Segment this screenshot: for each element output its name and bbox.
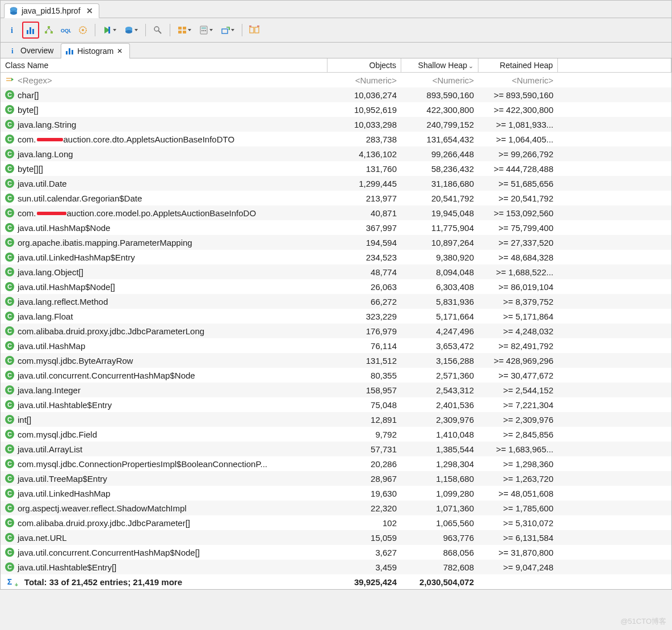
oql-icon[interactable]: OQL [58, 23, 73, 37]
table-row[interactable]: Corg.aspectj.weaver.reflect.ShadowMatchI… [1, 501, 671, 515]
close-icon[interactable]: ✕ [117, 47, 123, 55]
table-row[interactable]: Cjava.lang.Object[]48,7748,094,048>= 1,6… [1, 264, 671, 279]
toolbar-separator [170, 24, 170, 36]
table-row[interactable]: Ccom.mysql.jdbc.Field9,7921,410,048>= 2,… [1, 427, 671, 442]
thread-icon[interactable] [75, 23, 90, 37]
file-tab-title: java_pid15.hprof [22, 6, 81, 15]
calculator-button[interactable] [196, 23, 216, 37]
retained-heap-value: >= 1,683,965... [478, 444, 558, 454]
class-name-label: com.alibaba.druid.proxy.jdbc.JdbcParamet… [18, 518, 190, 528]
table-row[interactable]: Cjava.util.concurrent.ConcurrentHashMap$… [1, 545, 671, 560]
search-icon[interactable] [150, 23, 165, 37]
table-row[interactable]: Cjava.util.HashMap$Node367,99711,775,904… [1, 220, 671, 235]
retained-heap-value: >= 51,685,656 [478, 179, 558, 188]
retained-heap-value: >= 1,064,405... [478, 135, 558, 144]
dominator-tree-icon[interactable] [41, 23, 56, 37]
objects-value: 102 [327, 518, 401, 528]
class-name-label: sun.util.calendar.Gregorian$Date [18, 194, 142, 203]
filter-objects-input[interactable]: <Numeric> [327, 75, 401, 85]
table-row[interactable]: Ccom.alibaba.druid.proxy.jdbc.JdbcParame… [1, 515, 671, 530]
table-row[interactable]: Ccom.auction.core.model.po.AppletsAuctio… [1, 205, 671, 220]
class-icon: C [5, 312, 14, 321]
query-browser-button[interactable] [121, 23, 141, 37]
class-name-label: com.mysql.jdbc.ConnectionPropertiesImpl$… [18, 459, 267, 469]
class-icon: C [5, 356, 14, 365]
table-row[interactable]: Cjava.lang.reflect.Method66,2725,831,936… [1, 294, 671, 309]
table-row[interactable]: Cjava.lang.Integer158,9572,543,312>= 2,5… [1, 383, 671, 397]
table-row[interactable]: Ccom.auction.core.dto.AppletsAuctionBase… [1, 132, 671, 146]
objects-value: 10,033,298 [327, 120, 401, 129]
chevron-down-icon [231, 29, 234, 31]
table-row[interactable]: Cbyte[]10,952,619422,300,800>= 422,300,8… [1, 102, 671, 117]
close-icon[interactable]: ✕ [86, 6, 93, 15]
col-shallow-heap[interactable]: Shallow Heap⌄ [401, 58, 478, 72]
table-row[interactable]: Corg.apache.ibatis.mapping.ParameterMapp… [1, 235, 671, 250]
class-name-label: java.util.LinkedHashMap$Entry [18, 253, 135, 262]
class-name-label: java.util.Date [18, 179, 67, 188]
table-row[interactable]: Cjava.util.Hashtable$Entry[]3,459782,608… [1, 560, 671, 574]
filter-retained-input[interactable]: <Numeric> [478, 75, 558, 85]
info-icon[interactable]: i [5, 23, 20, 37]
table-row[interactable]: Cjava.util.LinkedHashMap$Entry234,5239,3… [1, 250, 671, 264]
class-icon: C [5, 518, 14, 527]
col-objects[interactable]: Objects [327, 58, 401, 72]
table-row[interactable]: Csun.util.calendar.Gregorian$Date213,977… [1, 191, 671, 205]
tab-overview[interactable]: i Overview [4, 43, 61, 58]
export-button[interactable] [218, 23, 237, 37]
run-report-button[interactable] [100, 23, 119, 37]
table-row[interactable]: Cjava.util.ArrayList57,7311,385,544>= 1,… [1, 442, 671, 456]
sort-desc-icon: ⌄ [468, 62, 473, 69]
shallow-heap-value: 2,309,976 [401, 415, 478, 425]
table-row[interactable]: Ccom.mysql.jdbc.ConnectionPropertiesImpl… [1, 456, 671, 471]
svg-point-2 [10, 11, 17, 15]
file-tab[interactable]: java_pid15.hprof ✕ [4, 3, 99, 18]
table-row[interactable]: Cjava.util.concurrent.ConcurrentHashMap$… [1, 368, 671, 383]
table-row[interactable]: Cjava.util.LinkedHashMap19,6301,099,280>… [1, 486, 671, 501]
compare-icon[interactable] [247, 23, 262, 37]
histogram-table: Class Name Objects Shallow Heap⌄ Retaine… [1, 58, 671, 589]
retained-heap-value: >= 82,491,792 [478, 341, 558, 351]
table-row[interactable]: Cjava.util.TreeMap$Entry28,9671,158,680>… [1, 471, 671, 486]
svg-point-21 [154, 27, 159, 31]
tab-label: Histogram [77, 47, 114, 56]
objects-value: 4,136,102 [327, 149, 401, 159]
class-name-label: com.auction.core.dto.AppletsAuctionBaseI… [18, 135, 234, 144]
filter-class-input[interactable]: <Regex> [18, 75, 52, 85]
table-row[interactable]: Cint[]12,8912,309,976>= 2,309,976 [1, 412, 671, 427]
filter-row[interactable]: <Regex> <Numeric> <Numeric> <Numeric> [1, 73, 671, 87]
col-class-name[interactable]: Class Name [1, 58, 327, 72]
filter-shallow-input[interactable]: <Numeric> [401, 75, 478, 85]
table-row[interactable]: Cjava.lang.Long4,136,10299,266,448>= 99,… [1, 146, 671, 161]
file-tab-bar: java_pid15.hprof ✕ [1, 1, 671, 18]
table-row[interactable]: Cchar[]10,036,274893,590,160>= 893,590,1… [1, 87, 671, 102]
table-row[interactable]: Ccom.mysql.jdbc.ByteArrayRow131,5123,156… [1, 353, 671, 368]
objects-value: 176,979 [327, 326, 401, 336]
class-name-label: org.aspectj.weaver.reflect.ShadowMatchIm… [18, 503, 187, 513]
table-row[interactable]: Cjava.util.Date1,299,44531,186,680>= 51,… [1, 176, 671, 191]
group-button[interactable] [175, 23, 194, 37]
col-retained-heap[interactable]: Retained Heap [478, 58, 558, 72]
class-name-label: com.mysql.jdbc.Field [18, 430, 97, 439]
table-row[interactable]: Cjava.lang.String10,033,298240,799,152>=… [1, 117, 671, 132]
objects-value: 26,063 [327, 282, 401, 292]
tab-label: Overview [20, 46, 53, 55]
table-row[interactable]: Ccom.alibaba.druid.proxy.jdbc.JdbcParame… [1, 324, 671, 338]
histogram-icon[interactable] [24, 23, 37, 37]
tab-histogram[interactable]: Histogram ✕ [61, 43, 130, 58]
table-row[interactable]: Cjava.lang.Float323,2295,171,664>= 5,171… [1, 309, 671, 324]
retained-heap-value: >= 75,799,400 [478, 223, 558, 233]
chevron-down-icon [113, 29, 116, 31]
table-row[interactable]: Cjava.util.HashMap$Node[]26,0636,303,408… [1, 279, 671, 294]
class-name-label: java.util.concurrent.ConcurrentHashMap$N… [18, 548, 200, 557]
objects-value: 40,871 [327, 208, 401, 218]
table-row[interactable]: Cbyte[][]131,76058,236,432>= 444,728,488 [1, 161, 671, 176]
objects-value: 3,459 [327, 562, 401, 572]
redacted-text [37, 138, 63, 141]
svg-line-22 [158, 31, 161, 33]
table-row[interactable]: Cjava.util.Hashtable$Entry75,0482,401,53… [1, 397, 671, 412]
objects-value: 283,738 [327, 135, 401, 144]
table-row[interactable]: Cjava.util.HashMap76,1143,653,472>= 82,4… [1, 338, 671, 353]
class-icon: C [5, 548, 14, 557]
svg-rect-9 [45, 31, 47, 33]
table-row[interactable]: Cjava.net.URL15,059963,776>= 6,131,584 [1, 530, 671, 545]
